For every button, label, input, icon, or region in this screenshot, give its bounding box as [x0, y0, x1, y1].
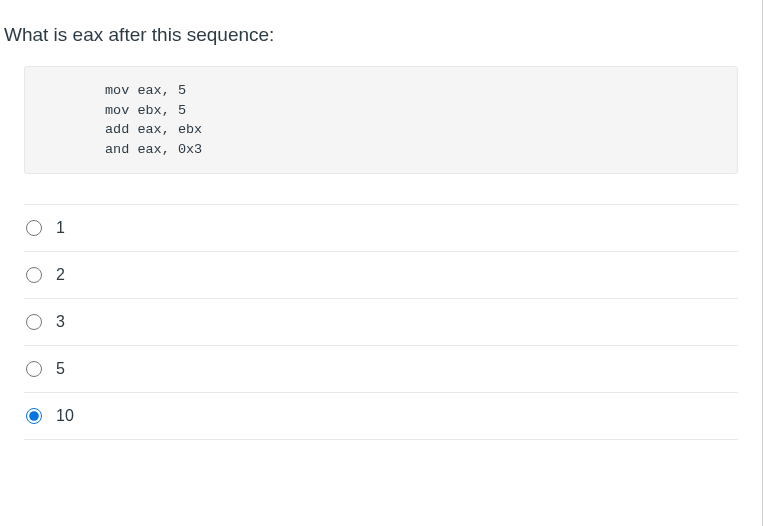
- question-prompt: What is eax after this sequence:: [0, 0, 762, 66]
- option-radio-10[interactable]: [26, 408, 42, 424]
- option-radio-5[interactable]: [26, 361, 42, 377]
- option-label: 1: [56, 219, 65, 237]
- option-row[interactable]: 3: [24, 298, 738, 345]
- option-radio-3[interactable]: [26, 314, 42, 330]
- options-list: 1 2 3 5 10: [0, 204, 762, 440]
- option-radio-1[interactable]: [26, 220, 42, 236]
- option-label: 2: [56, 266, 65, 284]
- option-row[interactable]: 5: [24, 345, 738, 392]
- option-label: 3: [56, 313, 65, 331]
- option-label: 10: [56, 407, 74, 425]
- code-block: mov eax, 5 mov ebx, 5 add eax, ebx and e…: [24, 66, 738, 174]
- option-label: 5: [56, 360, 65, 378]
- option-row[interactable]: 10: [24, 392, 738, 440]
- quiz-question-container: What is eax after this sequence: mov eax…: [0, 0, 762, 440]
- option-row[interactable]: 2: [24, 251, 738, 298]
- option-row[interactable]: 1: [24, 204, 738, 251]
- option-radio-2[interactable]: [26, 267, 42, 283]
